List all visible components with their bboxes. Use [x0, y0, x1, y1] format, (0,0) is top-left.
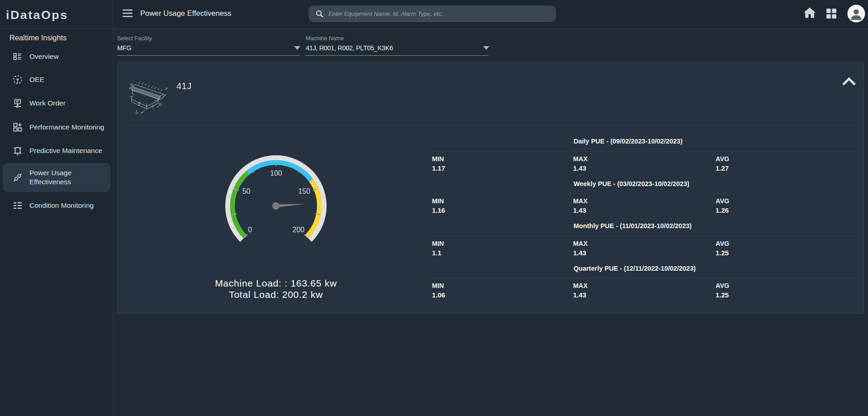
svg-text:200: 200: [293, 226, 305, 234]
svg-text:50: 50: [242, 187, 251, 195]
svg-text:100: 100: [270, 169, 282, 177]
svg-text:150: 150: [298, 187, 310, 195]
svg-text:0: 0: [248, 226, 252, 234]
